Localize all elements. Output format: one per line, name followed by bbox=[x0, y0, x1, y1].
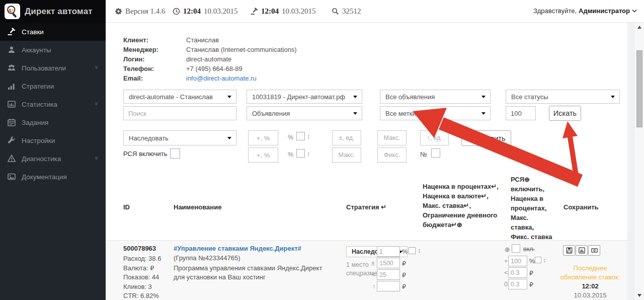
bid-prefix: < bbox=[372, 271, 375, 278]
labels-select[interactable]: Все метки bbox=[380, 106, 491, 120]
campaign-select[interactable]: 10031819 - Директ-автомат.рф bbox=[247, 90, 362, 104]
limit-input[interactable] bbox=[506, 106, 536, 120]
rsya-updown-checkbox[interactable] bbox=[535, 257, 541, 263]
mass-max-input[interactable] bbox=[377, 130, 407, 145]
row-statistics-button[interactable] bbox=[576, 245, 588, 256]
save-row-button[interactable] bbox=[563, 245, 575, 256]
search-input[interactable] bbox=[123, 106, 236, 120]
bid-budget-input[interactable] bbox=[377, 281, 400, 291]
image-icon bbox=[8, 173, 16, 181]
user-menu[interactable]: Здравствуйте, Администратор bbox=[533, 7, 637, 15]
col-header-markup[interactable]: Наценка в процентах↵, Наценка в валюте↵,… bbox=[423, 182, 513, 230]
status-select[interactable]: Все статусы bbox=[506, 90, 620, 104]
rsya-toggle-label: РСЯ включить bbox=[123, 150, 167, 158]
rsya-enable-checkbox[interactable] bbox=[512, 244, 520, 253]
bid-date-value: 10.03.2015 bbox=[282, 7, 316, 16]
rsya-percent-input[interactable] bbox=[508, 256, 527, 266]
caret-down-icon bbox=[481, 96, 486, 98]
sidebar-item-label: Задания bbox=[22, 119, 48, 126]
sidebar-item-users[interactable]: Пользователи » bbox=[0, 59, 106, 77]
sidebar-item-settings[interactable]: Настройки bbox=[0, 131, 106, 149]
header-line: бюджета↵⊕ bbox=[423, 220, 513, 230]
last-update-time: 12:02 bbox=[560, 282, 620, 291]
stat-line: Кликов: 3 bbox=[123, 282, 161, 292]
row-description: Программа управления ставками Яндекс.Дир… bbox=[174, 264, 332, 282]
scroll-up-arrow[interactable] bbox=[637, 26, 641, 29]
ruble-sign: ₽ bbox=[402, 283, 406, 290]
submenu-chevron-icon: » bbox=[93, 65, 101, 69]
bid-currency-input[interactable] bbox=[377, 258, 400, 268]
login-value: direct-automate bbox=[186, 55, 231, 63]
top-bar: ДА Директ автомат Версия 1.4.6 12:04 10.… bbox=[0, 0, 644, 23]
counter-value: 32512 bbox=[342, 7, 361, 16]
row-stats: Расход: 38.6 Валюта: ₽ Показов: 44 Клико… bbox=[123, 254, 161, 300]
content-edge-strip bbox=[627, 23, 635, 300]
col-header-id: ID bbox=[123, 202, 130, 212]
account-select[interactable]: direct-automate - Станислав bbox=[123, 90, 236, 104]
header-line: РСЯ⊕ bbox=[511, 175, 558, 184]
small-arrow-head bbox=[562, 121, 578, 138]
sidebar-item-strategies[interactable]: Стратегии bbox=[0, 77, 106, 95]
circled-plus-icon: ⊕ bbox=[505, 246, 510, 253]
updown-arrow-icon: ↕ bbox=[418, 247, 421, 254]
mass-strategy-select[interactable]: Наследовать bbox=[123, 130, 236, 145]
caret-down-icon bbox=[611, 96, 615, 98]
num-checkbox[interactable] bbox=[431, 148, 440, 158]
login-label: Логин: bbox=[123, 55, 145, 63]
bid-suffix: % bbox=[402, 248, 408, 255]
person-icon bbox=[8, 46, 16, 54]
scrollbar-thumb[interactable] bbox=[636, 50, 642, 127]
mass-percent-input-2[interactable] bbox=[248, 147, 278, 163]
mass-strategy-value: Наследовать bbox=[129, 134, 169, 142]
mass-max2-input[interactable] bbox=[332, 147, 361, 163]
mass-updown-checkbox-1[interactable] bbox=[296, 132, 305, 140]
version-info: Версия 1.4.6 bbox=[115, 6, 166, 16]
sidebar-item-statistics[interactable]: Статистика » bbox=[0, 95, 106, 113]
ads-select[interactable]: Все объявления bbox=[380, 90, 491, 104]
rsya-max-input[interactable] bbox=[508, 267, 527, 278]
rsya-fix-input[interactable] bbox=[508, 279, 527, 289]
header-line: Ограничение дневного bbox=[423, 210, 513, 220]
sidebar-item-accounts[interactable]: Аккаунты bbox=[0, 41, 106, 59]
row-title-link[interactable]: #Управление ставками Яндекс.Директ# bbox=[174, 245, 301, 252]
account-select-value: direct-automate - Станислав bbox=[129, 93, 213, 101]
magnifier-logo-icon: ДА bbox=[6, 5, 19, 18]
submenu-chevron-icon: » bbox=[93, 156, 101, 160]
scroll-down-arrow[interactable] bbox=[637, 294, 641, 297]
bid-max-input[interactable] bbox=[377, 269, 400, 280]
mass-updown-checkbox-2[interactable] bbox=[296, 149, 305, 158]
chevron-down-icon bbox=[632, 9, 637, 13]
caret-down-icon bbox=[353, 112, 357, 115]
sidebar-item-tasks[interactable]: Задания bbox=[0, 113, 106, 131]
gear-icon bbox=[115, 8, 122, 15]
mass-up-unit-input[interactable] bbox=[420, 130, 449, 145]
rsya-enable-label: вкл. bbox=[523, 246, 535, 253]
search-button[interactable]: Искать bbox=[549, 106, 581, 121]
bid-updown-checkbox[interactable] bbox=[409, 247, 416, 254]
mass-percent-input-1[interactable] bbox=[248, 130, 278, 145]
sidebar-item-bids[interactable]: Ставки bbox=[0, 23, 106, 41]
email-link[interactable]: info@direct-automate.ru bbox=[186, 74, 257, 82]
row-budget-button[interactable] bbox=[588, 245, 600, 256]
sidebar-item-label: Аккаунты bbox=[22, 46, 51, 54]
col-header-strategy[interactable]: Стратегия ↵ bbox=[346, 202, 386, 212]
brand[interactable]: ДА Директ автомат bbox=[0, 0, 106, 23]
apply-button[interactable]: Установить bbox=[461, 130, 511, 146]
header-line: Наценка в процентах↵, bbox=[423, 182, 513, 191]
mass-pm-unit-input[interactable] bbox=[332, 130, 361, 145]
small-arrow-shaft bbox=[568, 136, 580, 183]
svg-text:ДА: ДА bbox=[8, 8, 14, 13]
bid-prefix: 0 bbox=[504, 281, 508, 288]
client-label: Клиент: bbox=[123, 36, 148, 44]
mass-fix-input[interactable] bbox=[377, 147, 407, 163]
entity-select[interactable]: Объявления bbox=[247, 106, 362, 120]
app-root: ДА Директ автомат Версия 1.4.6 12:04 10.… bbox=[0, 0, 644, 300]
col-header-rsya[interactable]: РСЯ⊕ включить, Наценка в процентах, Макс… bbox=[511, 175, 558, 242]
sidebar-item-diagnostics[interactable]: Диагностика » bbox=[0, 149, 106, 168]
rsya-toggle-checkbox[interactable] bbox=[170, 148, 180, 159]
bid-percent-input[interactable] bbox=[377, 246, 400, 257]
ruble-sign: ₽ bbox=[529, 269, 533, 277]
phone-value: +7 (495) 664-68-89 bbox=[186, 65, 243, 72]
vertical-scrollbar[interactable] bbox=[635, 23, 644, 300]
sidebar-item-documentation[interactable]: Документация bbox=[0, 168, 106, 186]
